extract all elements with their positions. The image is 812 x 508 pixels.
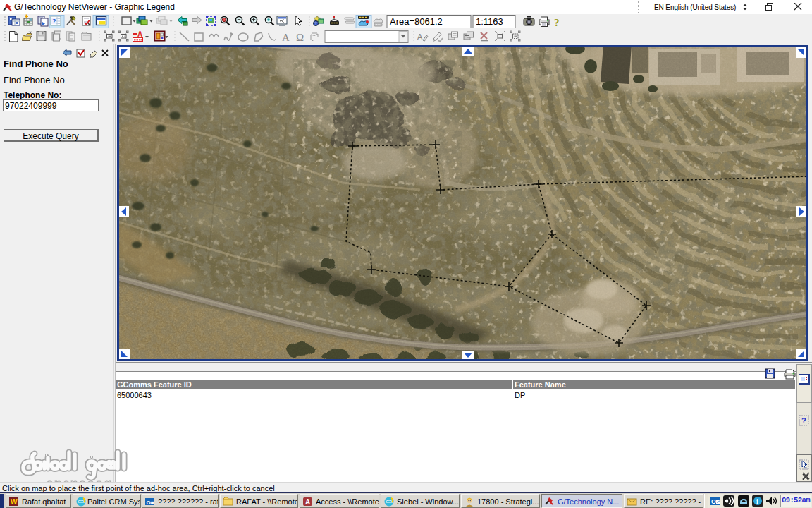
- svg-text:A: A: [417, 32, 423, 41]
- svg-text:A: A: [137, 30, 142, 38]
- svg-text:Area=8061.2: Area=8061.2: [390, 16, 443, 27]
- svg-text:i: i: [756, 497, 758, 505]
- svg-text:?: ?: [801, 416, 806, 425]
- svg-text:Ω: Ω: [296, 32, 304, 43]
- svg-text:?: ?: [554, 17, 560, 28]
- svg-text:W: W: [11, 498, 18, 506]
- svg-text:O■: O■: [147, 500, 154, 506]
- svg-text:A: A: [282, 32, 290, 43]
- svg-text:O: O: [711, 498, 716, 505]
- svg-text:?: ?: [52, 18, 56, 25]
- svg-text:1:1163: 1:1163: [476, 16, 503, 27]
- svg-text:A: A: [305, 498, 310, 506]
